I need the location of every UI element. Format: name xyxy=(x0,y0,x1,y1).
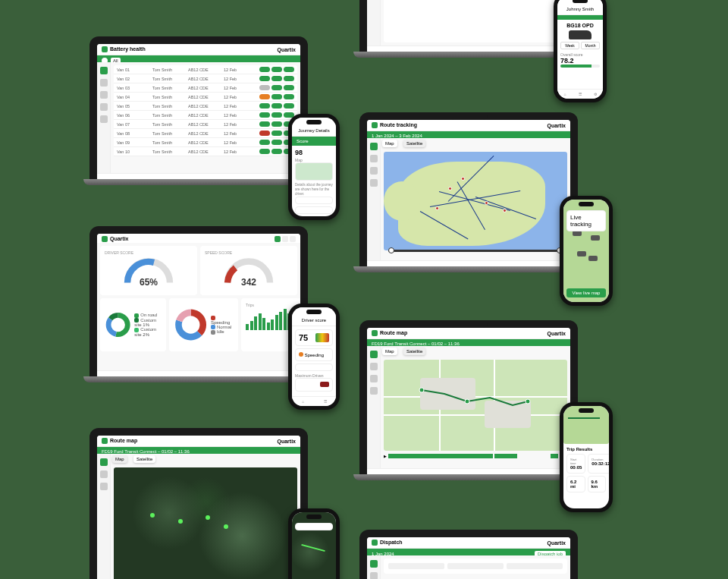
sidebar-item[interactable] xyxy=(100,458,108,466)
tab-week[interactable]: Week xyxy=(560,42,579,49)
map-tab-map[interactable]: Map xyxy=(112,455,127,463)
brand: Quartix xyxy=(547,123,566,128)
car-icon xyxy=(569,30,592,39)
search-bar[interactable]: Live tracking xyxy=(566,210,606,231)
laptop-route-tracking: Route tracking Quartix 1 Jan 2024 – 3 Fe… xyxy=(359,112,578,268)
filter-field[interactable] xyxy=(388,563,444,569)
vehicle-marker[interactable] xyxy=(588,256,598,261)
sidebar-item[interactable] xyxy=(100,91,108,99)
tab-icon[interactable]: ☰ xyxy=(573,90,588,99)
stat-row xyxy=(295,363,333,371)
score-value: 78.2 xyxy=(560,57,600,65)
filter-field[interactable] xyxy=(507,563,563,569)
timeline-slider[interactable] xyxy=(388,247,563,256)
satellite-map[interactable] xyxy=(114,467,297,579)
table-row[interactable]: Van 05Tom SmithAB12 CDE12 Feb xyxy=(114,102,297,111)
phone-journey-details: Journey Details Score 98 Map Details abo… xyxy=(288,114,340,220)
brand: Quartix xyxy=(547,540,566,546)
sidebar-item[interactable] xyxy=(370,560,378,568)
header-icon[interactable] xyxy=(275,236,281,242)
table-row[interactable]: Van 09Tom SmithAB12 CDE12 Feb xyxy=(114,138,297,147)
tab-icon[interactable]: ☰ xyxy=(314,397,336,406)
app-header: Route map Quartix xyxy=(97,436,300,447)
vehicle-marker[interactable] xyxy=(577,251,586,256)
sidebar-item[interactable] xyxy=(100,470,108,478)
tab-icon[interactable]: ⌂ xyxy=(557,90,573,99)
sidebar xyxy=(367,346,381,468)
detail-row xyxy=(295,206,333,214)
mini-map[interactable] xyxy=(295,162,333,181)
tab-icon[interactable]: ⌂ xyxy=(292,397,314,406)
table-row[interactable]: Van 10Tom SmithAB12 CDE12 Feb xyxy=(114,147,297,156)
map-view[interactable] xyxy=(384,360,567,451)
map-view[interactable] xyxy=(384,152,567,250)
sidebar-item[interactable] xyxy=(100,79,108,87)
content xyxy=(381,555,570,579)
route-point xyxy=(206,515,210,520)
phone-route-sat xyxy=(288,508,340,579)
gauge-card-speed: SPEED SCORE 342 xyxy=(200,246,297,295)
laptop-route-map-green: Route map Quartix FD19 Ford Transit Conn… xyxy=(359,320,578,476)
donut-card-2: SpeedingNormalIdle xyxy=(169,298,238,351)
sidebar-item[interactable] xyxy=(100,483,108,490)
sidebar xyxy=(97,62,111,173)
header-icon[interactable] xyxy=(282,236,288,242)
map-tab-sat[interactable]: Satellite xyxy=(133,455,155,463)
table-row[interactable]: Van 07Tom SmithAB12 CDE12 Feb xyxy=(114,120,297,129)
footer xyxy=(367,468,570,476)
sidebar-item[interactable] xyxy=(370,387,378,395)
content: DRIVER SCORE 65% SPEED SCORE xyxy=(97,243,300,370)
sidebar-item[interactable] xyxy=(370,363,378,370)
app-header: Battery health Quartix xyxy=(97,44,300,55)
view-live-button[interactable]: View live map xyxy=(566,288,606,297)
search-bar[interactable] xyxy=(295,523,333,530)
filter-field[interactable] xyxy=(447,563,504,569)
table-row[interactable]: Van 06Tom SmithAB12 CDE12 Feb xyxy=(114,111,297,120)
table-row[interactable]: Van 02Tom SmithAB12 CDE12 Feb xyxy=(114,74,297,83)
table-row[interactable]: Van 04Tom SmithAB12 CDE12 Feb xyxy=(114,93,297,102)
sidebar-item[interactable] xyxy=(370,572,378,579)
table-row[interactable]: Van 08Tom SmithAB12 CDE12 Feb xyxy=(114,129,297,138)
svg-point-10 xyxy=(465,399,469,404)
data-table: Van 01Tom SmithAB12 CDE12 FebVan 02Tom S… xyxy=(114,65,297,156)
stat-start: 00:05 xyxy=(570,465,582,470)
gauge-speed-score: 342 xyxy=(222,255,275,289)
sidebar-item[interactable] xyxy=(100,67,108,74)
section-title: Trip Results xyxy=(566,447,606,452)
map-tab-sat[interactable]: Satellite xyxy=(403,140,425,147)
vehicle-marker[interactable] xyxy=(591,235,600,241)
sidebar-item[interactable] xyxy=(370,179,378,187)
page-title: Route map xyxy=(110,438,137,443)
header-icon[interactable] xyxy=(290,236,296,242)
sidebar-item[interactable] xyxy=(370,375,378,382)
sidebar xyxy=(367,138,381,260)
laptop-report: Report Quartix Speed over time xyxy=(359,0,578,53)
brand: Quartix xyxy=(547,331,566,336)
timeline-segments[interactable]: ▶ xyxy=(384,454,567,458)
sidebar-item[interactable] xyxy=(370,155,378,162)
sidebar-item[interactable] xyxy=(370,167,378,175)
sidebar-item[interactable] xyxy=(100,115,108,123)
page-title: Quartix xyxy=(110,236,129,241)
content: Map Satellite ▶ xyxy=(381,346,570,468)
phone-vehicle-details: Johnny Smith BG18 OPD Week Month Overall… xyxy=(554,0,607,102)
laptop-route-map-sat: Route map Quartix FD19 Ford Transit Conn… xyxy=(89,428,308,579)
table-row[interactable]: Van 01Tom SmithAB12 CDE12 Feb xyxy=(114,65,297,74)
app-header: Route tracking Quartix xyxy=(367,120,570,131)
tab-icon[interactable]: ⚙ xyxy=(588,90,603,99)
stat-km: 9.6 km xyxy=(588,476,607,492)
score: 98 xyxy=(295,149,333,156)
sidebar-item[interactable] xyxy=(370,143,378,150)
sidebar-item[interactable] xyxy=(100,103,108,111)
page-title: Route tracking xyxy=(380,122,417,127)
map-tab-sat[interactable]: Satellite xyxy=(403,348,425,355)
map-tab-map[interactable]: Map xyxy=(382,140,397,147)
vehicle-reg: BG18 OPD xyxy=(560,23,600,28)
sidebar-item[interactable] xyxy=(370,351,378,358)
score: 75 xyxy=(299,333,308,342)
table-row[interactable]: Van 03Tom SmithAB12 CDE12 Feb xyxy=(114,83,297,93)
details-text: Details about the journey are shown here… xyxy=(295,183,333,197)
map-tab-map[interactable]: Map xyxy=(382,348,397,355)
footer xyxy=(97,173,300,181)
tab-month[interactable]: Month xyxy=(581,42,600,49)
